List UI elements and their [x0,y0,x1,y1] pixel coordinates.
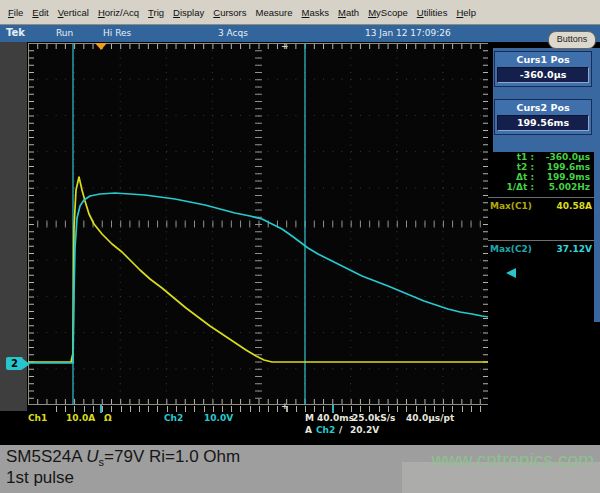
graticule-svg [28,43,489,405]
cursor2-title: Curs2 Pos [497,101,589,115]
trigger-position-icon[interactable] [95,43,107,50]
ch2-scale: 10.0V [204,413,233,423]
separator [488,197,594,198]
trigger-slope-icon: / [339,425,342,435]
cursor1-value-field[interactable]: -360.0µs [497,67,589,83]
caption-line1: SM5S24A Us=79V Ri=1.0 Ohm [6,447,240,468]
max-c1-measurement: Max(C1) 40.58A [490,201,592,211]
trigger-source: Ch2 [316,425,335,435]
separator [488,240,594,241]
right-panel: Curs1 Pos -360.0µs Curs2 Pos 199.56ms t1… [488,42,600,445]
panel-edge-strip [594,152,600,322]
watermark-text: www.cntronics.com [431,449,594,471]
resolution-readout: 40.0µs/pt [406,413,454,423]
cursor1-position-control: Curs1 Pos -360.0µs [494,51,592,87]
ch1-coupling: Ω [104,413,112,423]
trigger-mode-prefix: A [305,425,312,435]
menu-file[interactable]: File [8,7,23,18]
menu-bar: File Edit Vertical Horiz/Acq Trig Displa… [0,0,600,25]
datetime: 13 Jan 12 17:09:26 [365,28,451,38]
cursor-readouts: t1 : -360.0µs t2 : 199.6ms Δt : 199.9ms … [496,152,590,192]
t2-readout: t2 : 199.6ms [496,162,590,172]
acquisition-mode: Hi Res [103,28,131,38]
left-bezel [0,42,27,411]
cursor1-title: Curs1 Pos [497,53,589,67]
tek-logo: Tek [6,27,25,38]
delta-t-readout: Δt : 199.9ms [496,172,590,182]
ch2-ground-marker[interactable]: 2 [6,357,30,370]
oscilloscope-screen: File Edit Vertical Horiz/Acq Trig Displa… [0,0,600,493]
menu-utilities[interactable]: Utilities [417,7,448,18]
caption-line2: 1st pulse [6,468,74,488]
menu-measure[interactable]: Measure [256,7,293,18]
menu-cursors[interactable]: Cursors [213,7,246,18]
buttons-button[interactable]: Buttons [548,31,596,49]
cursor2-value-field[interactable]: 199.56ms [497,115,589,131]
center-marker-top: + [281,41,289,51]
menu-edit[interactable]: Edit [32,7,48,18]
trigger-level-arrow-icon[interactable] [506,268,516,278]
ch2-label[interactable]: Ch2 [164,413,183,423]
ch2-marker-label: 2 [6,357,23,370]
ch1-scale: 10.0A [66,413,95,423]
menu-masks[interactable]: Masks [302,7,329,18]
cursor2-position-control: Curs2 Pos 199.56ms [494,99,592,135]
right-arrow-icon [23,359,30,369]
cursor2-tick[interactable] [332,405,334,413]
run-state: Run [56,28,73,38]
menu-myscope[interactable]: MyScope [368,7,408,18]
max-c2-measurement: Max(C2) 37.12V [490,244,592,254]
ch2-voltage-trace [28,193,489,363]
inverse-delta-t-readout: 1/Δt : 5.002Hz [496,182,590,192]
center-marker-bottom: + [281,401,289,411]
graticule-area: + + [28,43,489,405]
menu-horiz-acq[interactable]: Horiz/Acq [98,7,139,18]
menu-display[interactable]: Display [173,7,204,18]
cursor1-tick[interactable] [100,405,102,413]
menu-math[interactable]: Math [338,7,359,18]
acquisition-count: 3 Acqs [218,28,248,38]
trigger-level-readout: 20.2V [350,425,379,435]
ch1-current-trace [28,177,488,362]
menu-trig[interactable]: Trig [148,7,164,18]
t1-readout: t1 : -360.0µs [496,152,590,162]
menu-vertical[interactable]: Vertical [58,7,89,18]
sample-rate-readout: 25.0kS/s [352,413,395,423]
timebase-readout: M 40.0ms [305,413,354,423]
caption-strip: SM5S24A Us=79V Ri=1.0 Ohm 1st pulse www.… [0,445,600,493]
menu-help[interactable]: Help [456,7,476,18]
status-bar: Tek Run Hi Res 3 Acqs 13 Jan 12 17:09:26 [0,25,600,42]
ch1-label[interactable]: Ch1 [28,413,47,423]
display-area: + + 2 Ch1 10.0A Ω Ch2 10.0V M 40.0ms 25.… [0,42,600,445]
